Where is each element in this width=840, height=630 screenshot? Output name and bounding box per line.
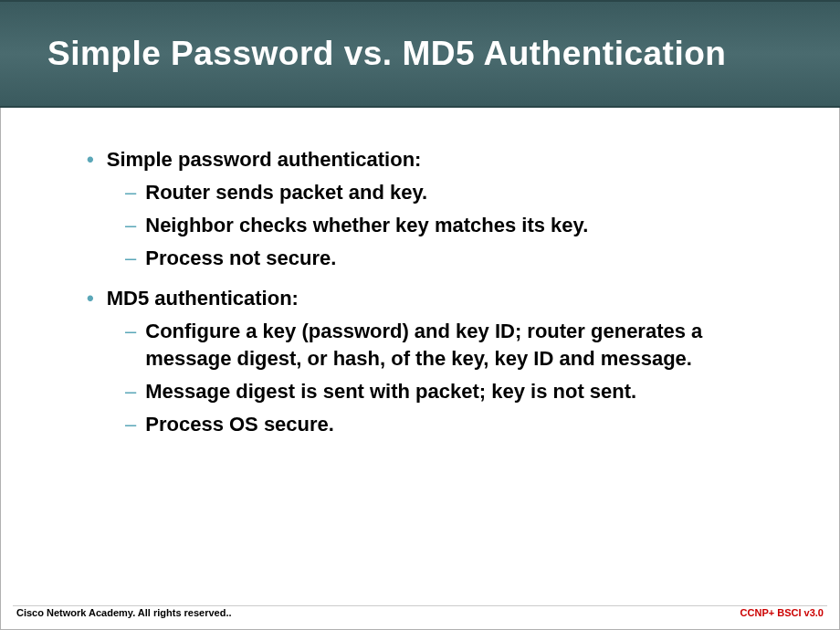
sub-text: Neighbor checks whether key matches its … — [145, 212, 588, 239]
dash-icon: – — [125, 411, 136, 438]
title-bar: Simple Password vs. MD5 Authentication — [0, 0, 840, 108]
section-heading: Simple password authentication: — [107, 146, 422, 173]
slide-title: Simple Password vs. MD5 Authentication — [47, 35, 726, 73]
dash-icon: – — [125, 212, 136, 239]
content-area: • Simple password authentication: – Rout… — [0, 108, 840, 438]
sub-bullet: – Message digest is sent with packet; ke… — [125, 378, 785, 405]
sub-bullet: – Router sends packet and key. — [125, 179, 785, 206]
section-heading: MD5 authentication: — [107, 285, 299, 312]
dash-icon: – — [125, 378, 136, 405]
dash-icon: – — [125, 179, 136, 206]
bullet-section-1: • Simple password authentication: — [87, 146, 785, 173]
sub-bullet: – Process not secure. — [125, 245, 785, 272]
dash-icon: – — [125, 318, 136, 345]
sub-text: Configure a key (password) and key ID; r… — [145, 318, 785, 373]
sub-text: Router sends packet and key. — [145, 179, 427, 206]
sub-text: Process OS secure. — [145, 411, 334, 438]
footer-version: CCNP+ BSCI v3.0 — [740, 607, 824, 618]
bullet-icon: • — [87, 146, 94, 173]
section-gap — [87, 278, 785, 285]
sub-bullet: – Neighbor checks whether key matches it… — [125, 212, 785, 239]
bullet-icon: • — [87, 285, 94, 312]
sub-text: Message digest is sent with packet; key … — [145, 378, 636, 405]
sub-bullet: – Process OS secure. — [125, 411, 785, 438]
slide: Simple Password vs. MD5 Authentication •… — [0, 0, 840, 630]
dash-icon: – — [125, 245, 136, 272]
bullet-section-2: • MD5 authentication: — [87, 285, 785, 312]
sub-text: Process not secure. — [145, 245, 336, 272]
footer: Cisco Network Academy. All rights reserv… — [0, 603, 840, 630]
sub-bullet: – Configure a key (password) and key ID;… — [125, 318, 785, 373]
footer-copyright: Cisco Network Academy. All rights reserv… — [16, 607, 232, 618]
